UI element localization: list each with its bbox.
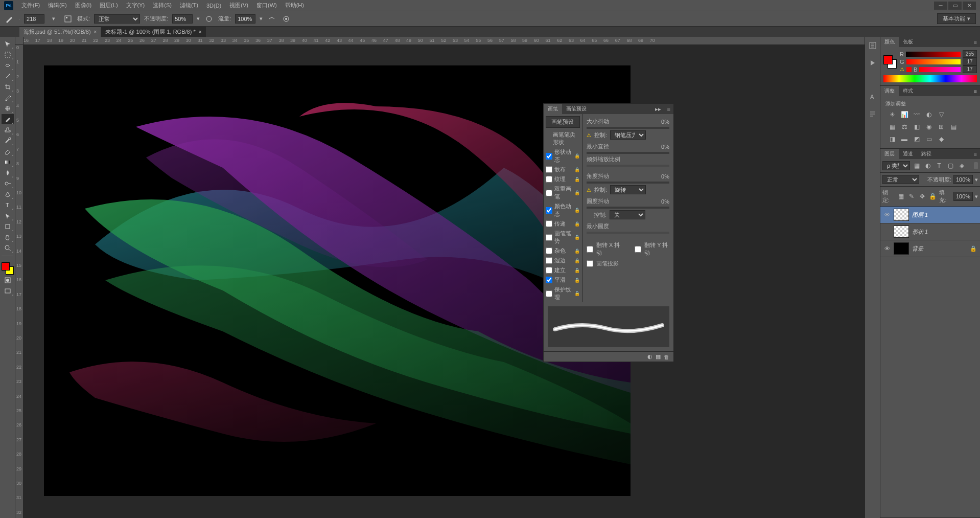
- layer-filter-select[interactable]: ρ 类型: [882, 161, 910, 170]
- brightness-icon[interactable]: ☀: [888, 110, 897, 119]
- menu-help[interactable]: 帮助(H): [281, 0, 308, 11]
- filter-type-icon[interactable]: T: [935, 162, 944, 170]
- foreground-color[interactable]: [2, 262, 10, 271]
- visibility-toggle[interactable]: [883, 228, 891, 235]
- brush-option-checkbox[interactable]: [546, 153, 552, 160]
- brush-option-checkbox[interactable]: [546, 247, 552, 254]
- paragraph-panel-icon[interactable]: [867, 108, 878, 120]
- brush-panel-toggle-icon[interactable]: [63, 14, 73, 24]
- brush-tip-shape[interactable]: 画笔笔尖形状: [544, 130, 582, 147]
- r-value[interactable]: 255: [963, 50, 977, 58]
- color-swatches[interactable]: [883, 55, 897, 69]
- tab-styles[interactable]: 样式: [899, 86, 917, 96]
- document-tab[interactable]: 未标题-1 @ 100% (图层 1, RGB/8) *×: [101, 27, 205, 37]
- control-select[interactable]: 钢笔压力: [610, 130, 646, 140]
- marquee-tool[interactable]: [2, 50, 14, 60]
- actions-panel-icon[interactable]: [867, 57, 878, 69]
- lock-icon[interactable]: 🔒: [574, 291, 580, 296]
- minimize-button[interactable]: ─: [934, 2, 947, 10]
- brush-option-传递[interactable]: 传递🔒: [544, 219, 582, 229]
- character-panel-icon[interactable]: A: [867, 91, 878, 102]
- lock-icon[interactable]: 🔒: [574, 190, 580, 195]
- quickmask-tool[interactable]: [2, 275, 14, 285]
- layer-row[interactable]: 👁背景🔒: [880, 240, 980, 257]
- lock-all-icon[interactable]: 🔒: [928, 192, 937, 200]
- panel-collapse-icon[interactable]: ▸▸: [652, 106, 664, 112]
- blur-tool[interactable]: [2, 168, 14, 178]
- flow-input[interactable]: [235, 14, 255, 24]
- eyedropper-tool[interactable]: [2, 93, 14, 103]
- control3-select[interactable]: 关: [610, 210, 645, 219]
- menu-window[interactable]: 窗口(W): [252, 0, 281, 11]
- angle-jitter-slider[interactable]: [587, 182, 669, 184]
- panel-menu-icon[interactable]: ≡: [971, 88, 980, 94]
- b-value[interactable]: 17: [963, 65, 977, 73]
- lock-icon[interactable]: 🔒: [574, 235, 580, 240]
- g-slider[interactable]: [906, 59, 961, 64]
- brush-option-checkbox[interactable]: [546, 234, 552, 241]
- foreground-color[interactable]: [883, 55, 893, 64]
- move-tool[interactable]: [2, 39, 14, 49]
- brush-preset-picker-icon[interactable]: ▾: [49, 14, 59, 24]
- brush-tool[interactable]: [2, 114, 14, 124]
- opacity-input[interactable]: [172, 14, 193, 24]
- airbrush-icon[interactable]: [267, 14, 277, 24]
- brush-option-平滑[interactable]: 平滑🔒: [544, 275, 582, 285]
- brush-option-建立[interactable]: 建立🔒: [544, 265, 582, 275]
- b-slider[interactable]: [919, 67, 961, 72]
- layer-row[interactable]: 👁图层 1: [880, 207, 980, 223]
- flip-x-checkbox[interactable]: [587, 246, 593, 253]
- control2-select[interactable]: 旋转: [610, 185, 646, 194]
- healing-tool[interactable]: [2, 103, 14, 114]
- pressure-opacity-icon[interactable]: [204, 14, 214, 24]
- new-brush-icon[interactable]: ▦: [656, 353, 661, 360]
- filter-pixel-icon[interactable]: ▦: [912, 162, 921, 170]
- lock-icon[interactable]: 🔒: [574, 278, 580, 283]
- brush-option-散布[interactable]: 散布🔒: [544, 165, 582, 174]
- bw-icon[interactable]: ◧: [912, 123, 921, 131]
- close-icon[interactable]: ×: [94, 29, 97, 35]
- maximize-button[interactable]: ▭: [948, 2, 962, 10]
- fill-input[interactable]: [953, 192, 973, 201]
- tab-color[interactable]: 颜色: [880, 37, 899, 47]
- filter-toggle[interactable]: [974, 162, 978, 169]
- shape-tool[interactable]: [2, 221, 14, 232]
- brush-option-颜色动态[interactable]: 颜色动态🔒: [544, 201, 582, 219]
- tab-brush[interactable]: 画笔: [544, 104, 562, 114]
- history-brush-tool[interactable]: [2, 136, 14, 146]
- brush-option-checkbox[interactable]: [546, 257, 552, 264]
- ruler-horizontal[interactable]: 1617181920212223242526272829303132333435…: [24, 37, 865, 45]
- document-tab[interactable]: 海报.psd @ 51.7%(RGB/8)×: [19, 27, 101, 37]
- wand-tool[interactable]: [2, 71, 14, 81]
- warning-color-swatch[interactable]: [906, 67, 912, 72]
- threshold-icon[interactable]: ◩: [912, 135, 921, 143]
- brush-option-checkbox[interactable]: [546, 190, 552, 196]
- panel-menu-icon[interactable]: ≡: [971, 39, 980, 45]
- levels-icon[interactable]: 📊: [900, 110, 909, 119]
- vibrance-icon[interactable]: ▽: [937, 110, 946, 119]
- tab-swatches[interactable]: 色板: [899, 37, 917, 47]
- tab-brush-presets[interactable]: 画笔预设: [562, 104, 591, 114]
- brush-option-杂色[interactable]: 杂色🔒: [544, 246, 582, 256]
- dodge-tool[interactable]: [2, 178, 14, 189]
- lock-icon[interactable]: 🔒: [574, 177, 580, 182]
- brush-option-保护纹理[interactable]: 保护纹理🔒: [544, 285, 582, 302]
- stamp-tool[interactable]: [2, 125, 14, 135]
- layer-thumbnail[interactable]: [894, 209, 909, 221]
- menu-type[interactable]: 文字(Y): [122, 0, 149, 11]
- g-value[interactable]: 17: [963, 58, 977, 65]
- menu-view[interactable]: 视图(V): [225, 0, 252, 11]
- gradient-tool[interactable]: [2, 157, 14, 167]
- tab-adjustments[interactable]: 调整: [880, 86, 899, 96]
- brush-option-画笔笔势[interactable]: 画笔笔势🔒: [544, 229, 582, 246]
- lasso-tool[interactable]: [2, 60, 14, 71]
- menu-edit[interactable]: 编辑(E): [44, 0, 71, 11]
- menu-select[interactable]: 选择(S): [149, 0, 176, 11]
- r-slider[interactable]: [906, 52, 961, 57]
- menu-3d[interactable]: 3D(D): [202, 1, 225, 10]
- lock-icon[interactable]: 🔒: [574, 208, 580, 213]
- lock-icon[interactable]: 🔒: [574, 258, 580, 263]
- filter-smart-icon[interactable]: ◈: [957, 162, 966, 170]
- lock-icon[interactable]: 🔒: [574, 167, 580, 172]
- close-icon[interactable]: ×: [199, 29, 202, 35]
